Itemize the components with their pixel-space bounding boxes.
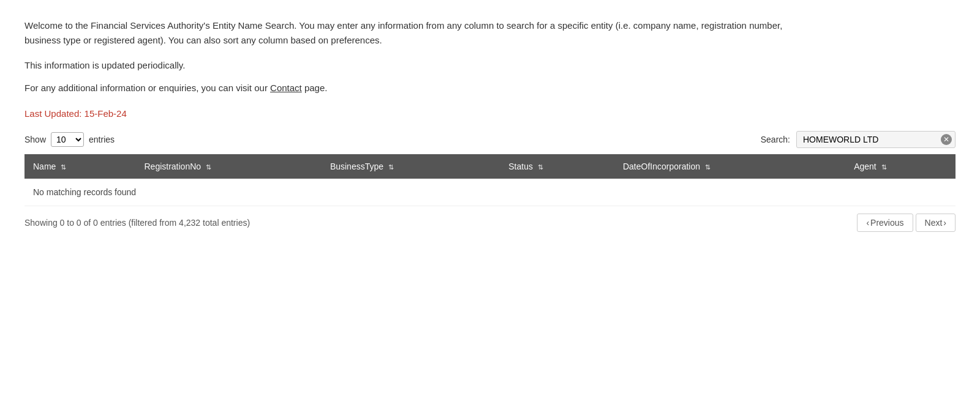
- col-name-label: Name: [33, 162, 56, 171]
- table-header-row: Name ⇅ RegistrationNo ⇅ BusinessType ⇅ S…: [24, 154, 956, 179]
- col-registration-sort-icon: ⇅: [206, 163, 211, 171]
- table-footer: Showing 0 to 0 of 0 entries (filtered fr…: [24, 214, 956, 232]
- col-name[interactable]: Name ⇅: [24, 154, 135, 179]
- entries-select[interactable]: 10 25 50 100: [51, 132, 84, 147]
- col-agent[interactable]: Agent ⇅: [845, 154, 956, 179]
- last-updated: Last Updated: 15-Feb-24: [24, 108, 956, 119]
- showing-info: Showing 0 to 0 of 0 entries (filtered fr…: [24, 218, 250, 228]
- col-registration-label: RegistrationNo: [144, 162, 201, 171]
- contact-line: For any additional information or enquir…: [24, 83, 956, 93]
- entity-table: Name ⇅ RegistrationNo ⇅ BusinessType ⇅ S…: [24, 154, 956, 206]
- intro-paragraph: Welcome to the Financial Services Author…: [24, 18, 821, 48]
- controls-row: Show 10 25 50 100 entries Search: ✕: [24, 131, 956, 148]
- col-agent-sort-icon: ⇅: [881, 163, 887, 171]
- clear-search-button[interactable]: ✕: [941, 134, 952, 145]
- next-button[interactable]: Next: [916, 214, 956, 232]
- search-area: Search: ✕: [761, 131, 956, 148]
- col-business-type-sort-icon: ⇅: [388, 163, 394, 171]
- col-name-sort-icon: ⇅: [61, 163, 66, 171]
- col-status-label: Status: [508, 162, 533, 171]
- col-business-type-label: BusinessType: [330, 162, 383, 171]
- search-input[interactable]: [796, 131, 956, 148]
- col-status-sort-icon: ⇅: [538, 163, 543, 171]
- show-label: Show: [24, 135, 46, 144]
- show-entries-control: Show 10 25 50 100 entries: [24, 132, 115, 147]
- update-notice: This information is updated periodically…: [24, 60, 956, 70]
- table-header: Name ⇅ RegistrationNo ⇅ BusinessType ⇅ S…: [24, 154, 956, 179]
- search-input-wrapper: ✕: [796, 131, 956, 148]
- col-status[interactable]: Status ⇅: [500, 154, 614, 179]
- no-records-row: No matching records found: [24, 179, 956, 206]
- search-label: Search:: [761, 135, 790, 144]
- contact-link[interactable]: Contact: [270, 83, 302, 93]
- contact-suffix: page.: [302, 83, 328, 93]
- col-date[interactable]: DateOfIncorporation ⇅: [614, 154, 845, 179]
- entries-label: entries: [89, 135, 115, 144]
- pagination: Previous Next: [857, 214, 956, 232]
- table-body: No matching records found: [24, 179, 956, 206]
- previous-button[interactable]: Previous: [857, 214, 913, 232]
- col-date-sort-icon: ⇅: [705, 163, 710, 171]
- col-business-type[interactable]: BusinessType ⇅: [322, 154, 500, 179]
- contact-prefix: For any additional information or enquir…: [24, 83, 270, 93]
- no-records-cell: No matching records found: [24, 179, 956, 206]
- col-date-label: DateOfIncorporation: [623, 162, 700, 171]
- col-agent-label: Agent: [854, 162, 876, 171]
- col-registration[interactable]: RegistrationNo ⇅: [135, 154, 321, 179]
